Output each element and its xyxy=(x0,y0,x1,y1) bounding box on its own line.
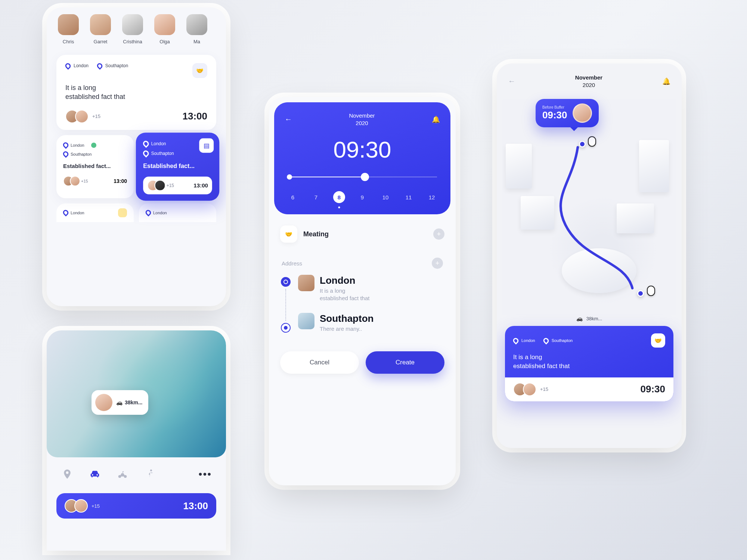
event-card-stub[interactable]: London xyxy=(56,203,134,222)
add-address-button[interactable]: + xyxy=(432,258,443,269)
more-icon[interactable]: ••• xyxy=(199,468,212,480)
transport-car-icon[interactable] xyxy=(89,468,101,480)
avatar xyxy=(74,499,88,513)
location-to: Southapton xyxy=(105,63,128,68)
avatar xyxy=(523,383,536,396)
time-picker: ← November2020 🔔 09:30 6 7 8 9 10 11 12 xyxy=(274,102,450,214)
event-time: 13:00 xyxy=(114,178,127,184)
event-time: 13:00 xyxy=(183,111,208,122)
buffer-label: Before Buffer xyxy=(542,105,567,109)
map-view[interactable]: Before Buffer09:30 xyxy=(502,99,676,315)
pin-icon xyxy=(63,152,68,157)
back-arrow-icon[interactable]: ← xyxy=(508,77,515,85)
event-card-stub[interactable]: London xyxy=(139,203,216,222)
avatar xyxy=(154,14,175,35)
event-title: Established fact... xyxy=(143,162,212,169)
car-icon xyxy=(116,399,123,405)
attendees[interactable]: +15 xyxy=(65,110,100,123)
pin-icon xyxy=(63,210,68,215)
contact-more[interactable]: Ma xyxy=(186,14,207,44)
transport-run-icon[interactable] xyxy=(144,468,156,480)
event-card-small-selected[interactable]: ▤ London Southapton Established fact... … xyxy=(136,133,220,201)
city-name: London xyxy=(320,275,369,286)
bell-icon[interactable]: 🔔 xyxy=(662,77,670,85)
location-from: London xyxy=(153,211,167,215)
map-marker-end[interactable] xyxy=(637,290,644,297)
map-month: November2020 xyxy=(575,74,602,88)
transport-location-icon[interactable] xyxy=(61,468,74,480)
day-11[interactable]: 11 xyxy=(403,191,415,203)
attendees-count: +15 xyxy=(540,386,548,392)
map-person-icon xyxy=(588,136,596,147)
briefcase-icon xyxy=(118,208,127,217)
location-from: London xyxy=(151,141,166,146)
city-name: Southapton xyxy=(320,313,374,324)
trip-time: 13:00 xyxy=(183,500,208,512)
pin-icon xyxy=(143,140,149,146)
selected-trip-card[interactable]: +15 13:00 xyxy=(56,493,216,519)
event-card[interactable]: London Southapton It is a long establish… xyxy=(56,55,216,130)
avatar xyxy=(298,313,314,329)
route-stop-southapton[interactable]: SouthaptonThere are many.. xyxy=(298,313,444,333)
map-event-card[interactable]: London Southapton It is a long establish… xyxy=(505,326,673,401)
route-end-icon xyxy=(281,323,291,333)
event-time: 09:30 xyxy=(641,383,666,395)
day-9[interactable]: 9 xyxy=(356,191,368,203)
meeting-type-row[interactable]: Meating + xyxy=(280,225,444,243)
event-card-small[interactable]: London Southapton Established fact... +1… xyxy=(56,135,134,198)
contact-cristhina[interactable]: Cristhina xyxy=(122,14,143,44)
transport-tabs: ••• xyxy=(47,457,226,488)
map-marker-start[interactable] xyxy=(579,141,586,147)
location-from: London xyxy=(74,63,89,68)
route-list: LondonIt is a long established fact that… xyxy=(280,275,444,333)
hero-image: 38km... xyxy=(47,330,226,457)
location-from: London xyxy=(521,338,535,343)
handshake-icon[interactable] xyxy=(192,63,207,78)
slider-handle-start[interactable] xyxy=(287,174,292,180)
avatar xyxy=(298,275,314,291)
back-arrow-icon[interactable]: ← xyxy=(285,115,292,124)
contact-olga[interactable]: Olga xyxy=(154,14,175,44)
attendees-count: +15 xyxy=(92,503,100,509)
contact-name: Ma xyxy=(193,39,200,44)
event-time: 13:00 xyxy=(193,182,208,189)
day-8-selected[interactable]: 8 xyxy=(333,191,345,203)
screen-transport: 38km... ••• +15 13:00 xyxy=(47,330,226,551)
city-sub: There are many.. xyxy=(320,325,374,333)
create-button[interactable]: Create xyxy=(366,351,444,374)
add-button[interactable]: + xyxy=(433,228,444,240)
pin-icon xyxy=(543,338,549,343)
note-icon[interactable]: ▤ xyxy=(199,138,214,153)
bell-icon[interactable]: 🔔 xyxy=(432,115,440,124)
route-start-icon xyxy=(281,277,291,287)
screen-create-event: ← November2020 🔔 09:30 6 7 8 9 10 11 12 … xyxy=(269,97,456,485)
day-6[interactable]: 6 xyxy=(287,191,299,203)
user-icon xyxy=(91,143,96,148)
transport-bike-icon[interactable] xyxy=(116,468,129,480)
handshake-icon[interactable] xyxy=(651,333,665,348)
route-stop-london[interactable]: LondonIt is a long established fact that xyxy=(298,275,444,302)
day-12[interactable]: 12 xyxy=(426,191,438,203)
contact-name: Garret xyxy=(94,39,108,44)
buffer-card[interactable]: Before Buffer09:30 xyxy=(536,99,599,127)
slider-handle-end[interactable] xyxy=(361,173,369,181)
avatar xyxy=(95,394,112,411)
contact-garret[interactable]: Garret xyxy=(90,14,111,44)
attendees-count: +15 xyxy=(167,183,174,188)
day-10[interactable]: 10 xyxy=(379,191,391,203)
contact-chris[interactable]: Chris xyxy=(58,14,79,44)
time-slider[interactable] xyxy=(288,172,437,181)
car-icon xyxy=(576,315,583,321)
distance-value: 38km... xyxy=(125,399,142,405)
picker-month: November2020 xyxy=(349,112,375,127)
event-description: It is a long established fact that xyxy=(65,83,207,102)
svg-point-2 xyxy=(150,470,152,472)
attendees-count: +15 xyxy=(81,179,88,183)
distance-bubble[interactable]: 38km... xyxy=(92,390,148,415)
day-7[interactable]: 7 xyxy=(310,191,322,203)
avatar xyxy=(573,103,592,123)
avatar xyxy=(90,14,111,35)
cancel-button[interactable]: Cancel xyxy=(280,351,359,374)
event-description: It is a long established fact that xyxy=(513,353,665,371)
locations: London Southapton xyxy=(65,63,128,68)
